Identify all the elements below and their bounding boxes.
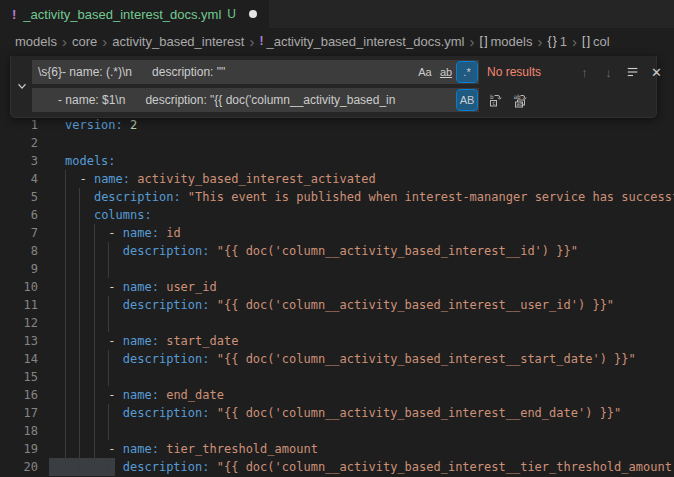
previous-match-button[interactable]: ↑ — [574, 62, 595, 83]
breadcrumb-label: activity_based_interest — [112, 34, 244, 49]
toggle-replace-button[interactable] — [11, 60, 32, 112]
indent-guide — [79, 314, 80, 332]
line-number: 12 — [0, 314, 38, 332]
code-text: description: "{{ doc('column__activity_b… — [65, 296, 614, 314]
editor[interactable]: \s{6}- name: (.*)\n description: "" Aa a… — [0, 54, 674, 477]
code-line-17[interactable]: 17 description: "{{ doc('column__activit… — [0, 404, 674, 422]
breadcrumb-item-activity_based_interest[interactable]: activity_based_interest — [112, 34, 244, 49]
code-line-7[interactable]: 7 - name: id — [0, 224, 674, 242]
code-text: - name: id — [65, 224, 181, 242]
indent-guide — [79, 422, 80, 440]
indent-guide — [65, 368, 66, 386]
code-text: - name: tier_threshold_amount — [65, 440, 318, 458]
line-number: 19 — [0, 440, 38, 458]
line-number: 20 — [0, 458, 38, 476]
chevron-down-icon — [15, 79, 29, 93]
code-line-16[interactable]: 16 - name: end_date — [0, 386, 674, 404]
line-number: 1 — [0, 116, 38, 134]
breadcrumb-item-models[interactable]: [ ]models — [479, 34, 532, 49]
indent-guide — [108, 368, 109, 386]
code-text: version: 2 — [65, 116, 137, 134]
breadcrumb-item-_activity_based_interest_docs.yml[interactable]: !_activity_based_interest_docs.yml — [259, 34, 464, 49]
chevron-right-icon: › — [249, 34, 254, 49]
code-text: - name: end_date — [65, 386, 224, 404]
line-number: 18 — [0, 422, 38, 440]
line-number: 7 — [0, 224, 38, 242]
code-line-8[interactable]: 8 description: "{{ doc('column__activity… — [0, 242, 674, 260]
array-symbol-icon: [ ] — [582, 34, 589, 48]
breadcrumb-item-models[interactable]: models — [15, 34, 57, 49]
yaml-symbol-icon: ! — [259, 34, 262, 48]
code-line-4[interactable]: 4 - name: activity_based_interest_activa… — [0, 170, 674, 188]
breadcrumb: models›core›activity_based_interest›!_ac… — [0, 28, 674, 54]
code-line-18[interactable]: 18 — [0, 422, 674, 440]
indent-guide — [108, 260, 109, 278]
replace-button[interactable]: b c — [485, 90, 506, 111]
regex-button[interactable]: .* — [457, 62, 477, 82]
indent-guide — [94, 368, 95, 386]
code-line-5[interactable]: 5 description: "This event is published … — [0, 188, 674, 206]
code-line-10[interactable]: 10 - name: user_id — [0, 278, 674, 296]
preserve-case-button[interactable]: AB — [457, 90, 477, 110]
code-line-1[interactable]: 1version: 2 — [0, 116, 674, 134]
tab-filename: _activity_based_interest_docs.yml — [23, 7, 221, 22]
close-find-widget-button[interactable]: ✕ — [646, 62, 667, 83]
code-line-9[interactable]: 9 — [0, 260, 674, 278]
code-text: - name: user_id — [65, 278, 217, 296]
breadcrumb-item-col[interactable]: [ ]col — [582, 34, 610, 49]
find-input[interactable]: \s{6}- name: (.*)\n description: "" Aa a… — [32, 60, 479, 84]
chevron-right-icon: › — [102, 34, 107, 49]
git-status-badge: U — [227, 7, 236, 21]
find-query-text: \s{6}- name: (.*)\n description: "" — [38, 65, 414, 79]
code-area: 1version: 223models:4 - name: activity_b… — [0, 116, 674, 476]
code-line-6[interactable]: 6 columns: — [0, 206, 674, 224]
next-match-button[interactable]: ↓ — [598, 62, 619, 83]
indent-guide — [94, 314, 95, 332]
code-line-12[interactable]: 12 — [0, 314, 674, 332]
tab-active-file[interactable]: ! _activity_based_interest_docs.yml U — [0, 0, 269, 28]
line-number: 14 — [0, 350, 38, 368]
svg-text:c: c — [492, 99, 496, 106]
match-case-button[interactable]: Aa — [415, 62, 435, 82]
indent-guide — [65, 260, 66, 278]
breadcrumb-item-core[interactable]: core — [72, 34, 97, 49]
code-line-13[interactable]: 13 - name: start_date — [0, 332, 674, 350]
code-line-15[interactable]: 15 — [0, 368, 674, 386]
line-number: 13 — [0, 332, 38, 350]
find-results-status: No results — [487, 65, 571, 79]
chevron-right-icon: › — [469, 34, 474, 49]
indent-guide — [94, 422, 95, 440]
indent-guide — [108, 422, 109, 440]
indent-guide — [79, 260, 80, 278]
replace-input[interactable]: - name: $1\n description: "{{ doc('colum… — [32, 88, 479, 112]
line-number: 11 — [0, 296, 38, 314]
svg-text:ab: ab — [513, 93, 521, 100]
find-in-selection-button[interactable] — [622, 62, 643, 83]
code-line-11[interactable]: 11 description: "{{ doc('column__activit… — [0, 296, 674, 314]
breadcrumb-label: 1 — [560, 34, 567, 49]
code-line-14[interactable]: 14 description: "{{ doc('column__activit… — [0, 350, 674, 368]
indent-guide — [108, 314, 109, 332]
find-replace-widget: \s{6}- name: (.*)\n description: "" Aa a… — [10, 56, 657, 118]
code-text: description: "{{ doc('column__activity_b… — [65, 242, 578, 260]
code-line-20[interactable]: 20 description: "{{ doc('column__activit… — [0, 458, 674, 476]
indent-guide — [65, 314, 66, 332]
whole-word-button[interactable]: ab — [436, 62, 456, 82]
line-number: 6 — [0, 206, 38, 224]
breadcrumb-item-1[interactable]: { }1 — [547, 34, 567, 49]
replace-all-icon: ab ab — [512, 92, 528, 108]
selection-lines-icon — [626, 65, 640, 79]
modified-dot-icon[interactable] — [249, 10, 257, 18]
breadcrumb-label: core — [72, 34, 97, 49]
find-row: \s{6}- name: (.*)\n description: "" Aa a… — [32, 60, 652, 84]
code-line-19[interactable]: 19 - name: tier_threshold_amount — [0, 440, 674, 458]
code-line-2[interactable]: 2 — [0, 134, 674, 152]
code-text: columns: — [65, 206, 152, 224]
line-number: 2 — [0, 134, 38, 152]
replace-all-button[interactable]: ab ab — [509, 90, 530, 111]
line-number: 9 — [0, 260, 38, 278]
breadcrumb-label: col — [593, 34, 610, 49]
line-number: 5 — [0, 188, 38, 206]
replace-icon: b c — [488, 92, 504, 108]
code-line-3[interactable]: 3models: — [0, 152, 674, 170]
